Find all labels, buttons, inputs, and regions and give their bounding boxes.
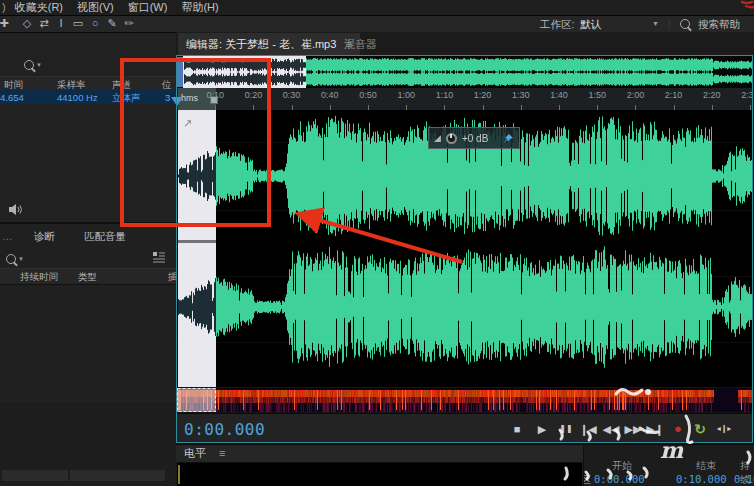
tab-match-loudness[interactable]: 匹配音量 [84, 230, 126, 244]
audition-window: ) 收藏夹(R)视图(V)窗口(W)帮助(H) ✚◇⇄I▭○✎✏ 工作区: 默认… [0, 0, 754, 486]
editor-tab-title: 编辑器: 关于梦想 - 老、崔.mp3 [186, 38, 336, 50]
file-channels: 立体声 [112, 92, 141, 105]
workspace-label: 工作区: [540, 16, 574, 32]
col-type[interactable]: 类型 [78, 271, 97, 284]
menu-item-2[interactable]: 窗口(W) [128, 1, 168, 13]
play-button[interactable]: ▶ [532, 421, 552, 437]
ruler-tick-0:30: 0:30 [283, 90, 301, 100]
move-playhead-button[interactable]: ◂❙▸ [711, 421, 737, 437]
files-search-icon[interactable] [24, 60, 34, 70]
razor-tool-icon[interactable]: ◇ [19, 16, 35, 32]
filter-list-icon[interactable] [152, 251, 166, 263]
ruler-tick-2:20: 2:20 [703, 90, 721, 100]
loop-playback-button[interactable]: ↻ [690, 421, 710, 437]
menu-item-1[interactable]: 视图(V) [77, 1, 114, 13]
diagnostics-search-dropdown-icon[interactable]: ▼ [18, 256, 24, 262]
selection-start-value[interactable]: 0:00.000 [594, 473, 645, 485]
marquee-selection-tool-icon[interactable]: ▭ [70, 16, 86, 32]
col-start: 开始 [612, 459, 632, 473]
levels-panel-title[interactable]: 电平 [184, 447, 206, 459]
files-search-dropdown-icon[interactable]: ▼ [36, 62, 42, 68]
selection-view-panel: 开始 结束 持续时间 选区 0:00.000 0:10.000 0:10.0 [584, 445, 754, 486]
status-cell-right [70, 470, 165, 481]
skip-to-end-button[interactable]: ▶❙ [645, 421, 665, 437]
ruler-tick-0:40: 0:40 [321, 90, 339, 100]
file-row[interactable]: 4.654 44100 Hz 立体声 3 [0, 90, 176, 104]
tab-editor[interactable]: 编辑器: 关于梦想 - 老、崔.mp3 ≡ [178, 33, 360, 55]
rewind-button[interactable]: ◀◀ [601, 421, 621, 437]
search-icon[interactable] [680, 19, 690, 29]
zoom-navigator-overview[interactable] [177, 56, 753, 88]
tab-diagnostics[interactable]: 诊断 [34, 230, 55, 244]
files-panel: ▼ 时间 采样率 声道 位 4.654 44100 Hz 立体声 3 [0, 33, 176, 222]
ruler-tick-1:30: 1:30 [512, 90, 530, 100]
time-display[interactable]: 0:00.000 [184, 420, 265, 439]
transport-bar: 0:00.000 ■▶❚❚❙◀◀◀▶▶▶❙●↻◂❙▸ [177, 413, 753, 444]
ruler-tick-1:40: 1:40 [550, 90, 568, 100]
clipped-tab[interactable]: … [2, 230, 13, 242]
file-bitdepth: 3 [165, 92, 170, 103]
tab-mixer[interactable]: 混音器 [334, 33, 387, 55]
ruler-tick-0:10: 0:10 [206, 90, 224, 100]
time-selection-tool-icon[interactable]: I [53, 16, 69, 32]
pause-button[interactable]: ❚❚ [556, 421, 576, 437]
selection-row-label: 选区 [584, 473, 591, 486]
status-cell-left [2, 470, 68, 481]
file-sample-rate: 44100 Hz [57, 92, 98, 103]
workspace-value[interactable]: 默认 [580, 16, 601, 32]
slip-tool-icon[interactable]: ⇄ [36, 16, 52, 32]
ruler-tick-0:50: 0:50 [359, 90, 377, 100]
stop-button[interactable]: ■ [507, 421, 527, 437]
left-panel-column: ▼ 时间 采样率 声道 位 4.654 44100 Hz 立体声 3 … 诊断 [0, 33, 177, 486]
ruler-unit-label: hms [181, 93, 198, 103]
menu-items: 收藏夹(R)视图(V)窗口(W)帮助(H) [15, 1, 233, 13]
col-end: 结束 [696, 459, 716, 473]
menu-bar: ) 收藏夹(R)视图(V)窗口(W)帮助(H) [0, 0, 754, 16]
menu-clipped-fragment: ) [2, 1, 6, 13]
hud-db-value[interactable]: +0 dB [462, 133, 488, 144]
hud-pin-icon[interactable] [503, 133, 514, 144]
fast-forward-button[interactable]: ▶▶ [623, 421, 643, 437]
record-button[interactable]: ● [668, 421, 688, 437]
selection-grip-arrow-icon[interactable]: ↗ [183, 117, 192, 130]
hud-level-icon: ◢ [434, 134, 441, 143]
spectral-display[interactable] [177, 388, 753, 412]
tool-bar: ✚◇⇄I▭○✎✏ 工作区: 默认 ▼ | 搜索帮助 [0, 16, 754, 33]
hud-volume-knob[interactable] [446, 133, 457, 144]
toolbar-separator: | [668, 16, 671, 32]
ruler-tick-1:10: 1:10 [436, 90, 454, 100]
col-duration[interactable]: 持续时间 [20, 271, 58, 284]
workspace-dropdown-icon[interactable]: ▼ [652, 16, 659, 32]
level-meter-indicator [178, 465, 180, 484]
paintbrush-selection-tool-icon[interactable]: ✎ [104, 16, 120, 32]
lasso-selection-tool-icon[interactable]: ○ [87, 16, 103, 32]
selection-end-value[interactable]: 0:10.000 [676, 473, 727, 485]
ruler-tick-1:00: 1:00 [397, 90, 415, 100]
autoplay-speaker-icon[interactable] [8, 203, 24, 216]
move-tool-icon[interactable]: ✚ [0, 16, 12, 32]
skip-to-start-button[interactable]: ❙◀ [578, 421, 598, 437]
search-help-button[interactable]: 搜索帮助 [698, 16, 740, 32]
timeline-ruler[interactable]: hms 0:100:200:300:400:501:001:101:201:30… [177, 88, 753, 111]
file-duration: 4.654 [0, 92, 24, 103]
playhead-marker[interactable] [171, 97, 183, 106]
diagnostics-search-icon[interactable] [6, 254, 16, 264]
diagnostics-panel: … 诊断 匹配音量 ▼ 持续时间 类型 插 [0, 222, 176, 402]
waveform-display[interactable] [177, 110, 753, 387]
ruler-tick-2:30: 2:30 [741, 90, 753, 100]
menu-item-3[interactable]: 帮助(H) [181, 1, 218, 13]
editor-tab-bar: 编辑器: 关于梦想 - 老、崔.mp3 ≡ 混音器 [176, 32, 754, 55]
level-meter [177, 463, 582, 486]
levels-panel-menu-icon[interactable]: ≡ [219, 447, 225, 459]
volume-hud[interactable]: ◢ +0 dB [428, 127, 520, 149]
diagnostics-column-header: 持续时间 类型 插 [0, 268, 176, 285]
menu-item-0[interactable]: 收藏夹(R) [15, 1, 63, 13]
ruler-tick-1:20: 1:20 [474, 90, 492, 100]
selection-duration-value[interactable]: 0:10.0 [734, 473, 754, 485]
ruler-tick-2:10: 2:10 [665, 90, 683, 100]
ruler-tick-0:20: 0:20 [245, 90, 263, 100]
ruler-tick-1:50: 1:50 [588, 90, 606, 100]
ruler-tick-2:00: 2:00 [627, 90, 645, 100]
spot-healing-brush-tool-icon[interactable]: ✏ [121, 16, 137, 32]
